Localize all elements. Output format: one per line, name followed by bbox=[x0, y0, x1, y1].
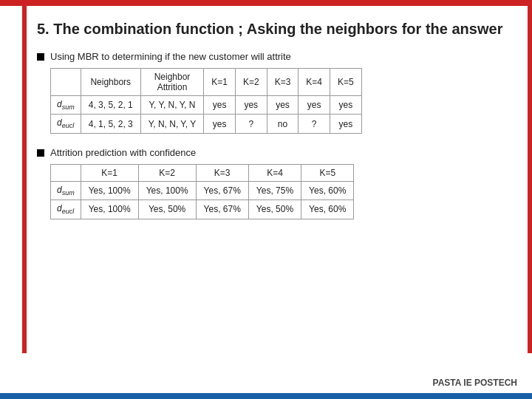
section-2: Attrition prediction with confidence K=1… bbox=[37, 147, 517, 219]
table-row: deucl Yes, 100% Yes, 50% Yes, 67% Yes, 5… bbox=[51, 200, 354, 219]
header-k4: K=4 bbox=[299, 69, 330, 96]
section-1-label: Using MBR to determining if the new cust… bbox=[50, 51, 291, 62]
cell: yes bbox=[204, 115, 236, 133]
right-accent-bar bbox=[528, 6, 532, 353]
section-1-table: Neighbors NeighborAttrition K=1 K=2 K=3 … bbox=[50, 68, 362, 134]
table-row: dsum 4, 3, 5, 2, 1 Y, Y, N, Y, N yes yes… bbox=[51, 96, 362, 115]
left-accent-bar bbox=[22, 6, 27, 353]
table-row: deucl 4, 1, 5, 2, 3 Y, N, N, Y, Y yes ? … bbox=[51, 115, 362, 133]
section-2-label: Attrition prediction with confidence bbox=[50, 147, 196, 158]
cell: yes bbox=[235, 96, 267, 115]
header-k4: K=4 bbox=[248, 164, 301, 181]
section-2-table: K=1 K=2 K=3 K=4 K=5 dsum Yes, 100% Yes, … bbox=[50, 164, 354, 219]
table-row: dsum Yes, 100% Yes, 100% Yes, 67% Yes, 7… bbox=[51, 181, 354, 200]
header-empty bbox=[51, 164, 81, 181]
cell: ? bbox=[299, 115, 330, 133]
cell: Yes, 75% bbox=[248, 181, 301, 200]
cell: yes bbox=[204, 96, 236, 115]
cell: ? bbox=[235, 115, 267, 133]
cell: Yes, 100% bbox=[81, 200, 138, 219]
cell: Yes, 50% bbox=[248, 200, 301, 219]
header-neighbor-attrition: NeighborAttrition bbox=[140, 69, 204, 96]
cell: yes bbox=[299, 96, 330, 115]
section-1: Using MBR to determining if the new cust… bbox=[37, 51, 517, 134]
header-neighbors: Neighbors bbox=[81, 69, 140, 96]
cell: Yes, 100% bbox=[138, 181, 196, 200]
header-k1: K=1 bbox=[81, 164, 138, 181]
row-label-dsum2: dsum bbox=[51, 181, 81, 200]
cell: yes bbox=[330, 115, 362, 133]
cell: Yes, 60% bbox=[301, 200, 354, 219]
header-empty bbox=[51, 69, 81, 96]
cell: yes bbox=[330, 96, 362, 115]
bullet-icon-2 bbox=[37, 149, 44, 157]
header-k5: K=5 bbox=[301, 164, 354, 181]
header-k3: K=3 bbox=[267, 69, 299, 96]
top-accent-bar bbox=[0, 0, 532, 6]
header-k2: K=2 bbox=[138, 164, 196, 181]
bottom-accent-bar bbox=[0, 393, 532, 399]
section-1-header: Using MBR to determining if the new cust… bbox=[37, 51, 517, 62]
cell: Y, N, N, Y, Y bbox=[140, 115, 204, 133]
main-content: 5. The combination function ; Asking the… bbox=[37, 15, 517, 384]
cell: 4, 1, 5, 2, 3 bbox=[81, 115, 140, 133]
header-k2: K=2 bbox=[235, 69, 267, 96]
header-k1: K=1 bbox=[204, 69, 236, 96]
cell: no bbox=[267, 115, 299, 133]
row-label-dsum: dsum bbox=[51, 96, 81, 115]
cell: Yes, 100% bbox=[81, 181, 138, 200]
table-row: Neighbors NeighborAttrition K=1 K=2 K=3 … bbox=[51, 69, 362, 96]
cell: Yes, 67% bbox=[196, 181, 248, 200]
row-label-deucl: deucl bbox=[51, 115, 81, 133]
page-title: 5. The combination function ; Asking the… bbox=[37, 21, 517, 38]
cell: Yes, 60% bbox=[301, 181, 354, 200]
header-k3: K=3 bbox=[196, 164, 248, 181]
cell: Yes, 50% bbox=[138, 200, 196, 219]
cell: yes bbox=[267, 96, 299, 115]
table-row: K=1 K=2 K=3 K=4 K=5 bbox=[51, 164, 354, 181]
cell: 4, 3, 5, 2, 1 bbox=[81, 96, 140, 115]
brand-label: PASTA IE POSTECH bbox=[433, 378, 517, 388]
cell: Yes, 67% bbox=[196, 200, 248, 219]
section-2-header: Attrition prediction with confidence bbox=[37, 147, 517, 158]
row-label-deucl2: deucl bbox=[51, 200, 81, 219]
bullet-icon-1 bbox=[37, 53, 44, 61]
cell: Y, Y, N, Y, N bbox=[140, 96, 204, 115]
header-k5: K=5 bbox=[330, 69, 362, 96]
